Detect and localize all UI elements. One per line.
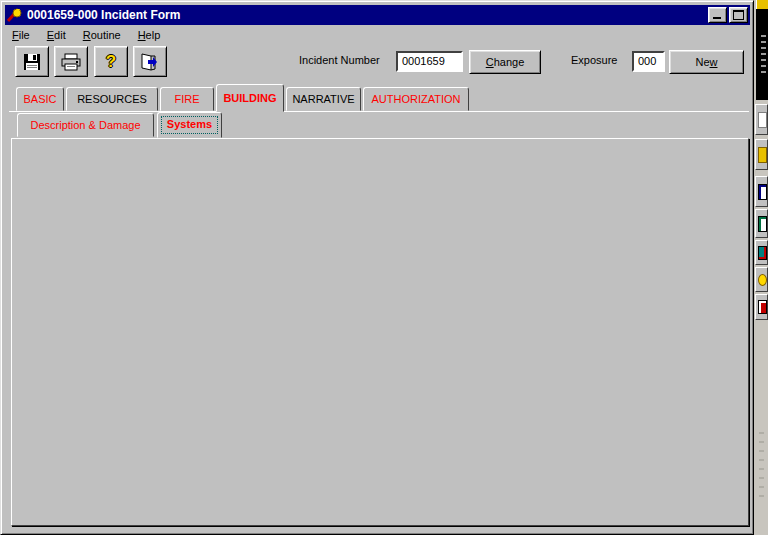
window-title: 0001659-000 Incident Form [27, 8, 180, 22]
clipped-desktop-text [759, 432, 764, 504]
clock-icon[interactable] [755, 267, 768, 292]
tab-building[interactable]: BUILDING [216, 84, 284, 112]
main-tab-strip: BASIC RESOURCES FIRE BUILDING NARRATIVE … [16, 87, 471, 112]
tab-description-damage[interactable]: Description & Damage [17, 113, 154, 137]
focus-rectangle [161, 116, 218, 134]
tab-fire[interactable]: FIRE [160, 87, 214, 111]
incident-number-label: Incident Number [299, 54, 380, 66]
exit-icon [139, 52, 161, 72]
word-icon[interactable] [755, 176, 768, 207]
minimize-icon [713, 17, 721, 19]
menu-edit[interactable]: Edit [42, 28, 71, 44]
tab-authorization[interactable]: AUTHORIZATION [363, 87, 469, 111]
tab-systems[interactable]: Systems [157, 112, 222, 138]
app-flame-icon [7, 8, 23, 23]
menu-file[interactable]: File [7, 28, 35, 44]
clipped-icon [756, 0, 768, 9]
desktop-sliver [754, 0, 768, 535]
tab-resources[interactable]: RESOURCES [66, 87, 158, 111]
titlebar[interactable]: 0001659-000 Incident Form [5, 5, 750, 25]
incident-form-window: 0001659-000 Incident Form File Edit Rout… [0, 0, 754, 535]
help-button[interactable]: ? [94, 46, 128, 77]
tab-narrative[interactable]: NARRATIVE [286, 87, 361, 111]
shortcut-bar-header [756, 9, 768, 100]
menu-routine[interactable]: Routine [78, 28, 126, 44]
change-button[interactable]: Change [469, 50, 541, 74]
print-button[interactable] [54, 46, 88, 77]
exit-button[interactable] [133, 46, 167, 77]
help-icon: ? [106, 52, 116, 72]
sub-tab-strip: Description & Damage Systems [17, 113, 225, 138]
maximize-icon [733, 10, 744, 20]
new-button[interactable]: New [669, 50, 744, 74]
monitor-icon[interactable] [755, 240, 768, 265]
folder-icon[interactable] [755, 139, 768, 170]
maximize-button[interactable] [729, 7, 748, 23]
exposure-label: Exposure [571, 54, 617, 66]
save-button[interactable] [15, 46, 49, 77]
menubar: File Edit Routine Help [7, 28, 165, 44]
document-icon[interactable] [755, 104, 768, 135]
print-icon [60, 52, 82, 72]
tab-basic[interactable]: BASIC [16, 87, 64, 111]
menu-help[interactable]: Help [133, 28, 166, 44]
red-app-icon[interactable] [755, 294, 768, 320]
excel-icon[interactable] [755, 209, 768, 238]
save-icon [22, 52, 42, 72]
exposure-field[interactable]: 000 [632, 51, 665, 72]
tab-page-panel [11, 138, 749, 526]
incident-number-field[interactable]: 0001659 [396, 51, 463, 72]
minimize-button[interactable] [708, 7, 727, 23]
